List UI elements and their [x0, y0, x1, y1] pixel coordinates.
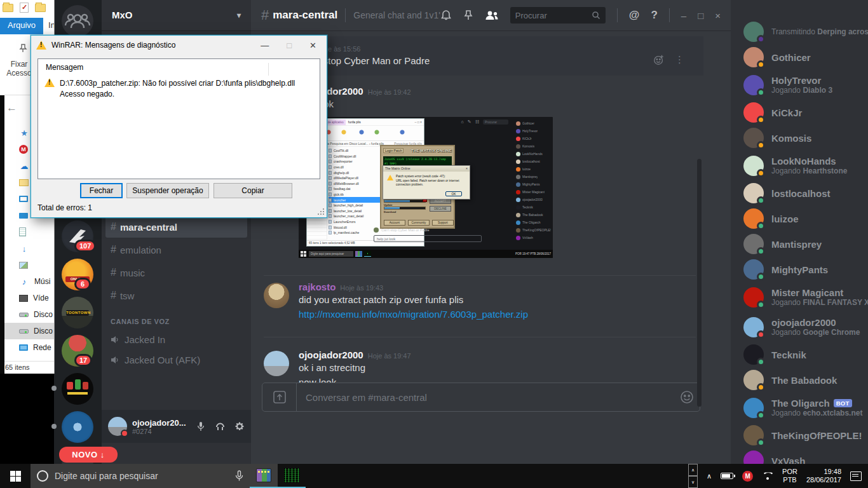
- explorer-nav-down[interactable]: ↓: [0, 240, 55, 257]
- member-row[interactable]: HolyTrevorJogando Diablo 3: [731, 70, 868, 100]
- channel-list: #mara-central#emulation#music#tswCANAIS …: [102, 216, 251, 370]
- add-reaction-icon[interactable]: [653, 54, 665, 65]
- language-indicator[interactable]: PORPTB: [782, 468, 797, 484]
- fechar-button[interactable]: Fechar: [80, 183, 123, 198]
- explorer-nav-music[interactable]: ♪Músi: [0, 273, 55, 290]
- search-placeholder: Procurar: [515, 11, 592, 20]
- member-row[interactable]: Mister MagicantJogando FINAL FANTASY X..: [731, 282, 868, 312]
- member-row[interactable]: The OligarchBOTJogando echo.xtclabs.net: [731, 393, 868, 423]
- channel-item-mara-central[interactable]: #mara-central: [105, 216, 247, 238]
- clock[interactable]: 19:4828/06/2017: [806, 468, 841, 484]
- member-row[interactable]: Komosis: [731, 125, 868, 151]
- bell-icon[interactable]: [440, 10, 452, 21]
- window-maximize-icon[interactable]: □: [698, 10, 703, 21]
- member-row[interactable]: lostlocalhost: [731, 180, 868, 206]
- action-center-icon[interactable]: [850, 471, 862, 481]
- winrar-titlebar[interactable]: WinRAR: Mensagens de diagnóstico — □ ✕: [31, 36, 327, 55]
- mega-tray-icon[interactable]: M: [742, 471, 753, 482]
- folder-icon[interactable]: [3, 4, 13, 12]
- explorer-nav-doc[interactable]: [0, 224, 55, 240]
- tab-arquivo[interactable]: Arquivo: [0, 18, 43, 34]
- window-minimize-icon[interactable]: –: [681, 10, 686, 21]
- dialog-maximize-icon[interactable]: □: [287, 41, 292, 50]
- member-row[interactable]: ojoojador2000Jogando Google Chrome: [731, 312, 868, 342]
- member-row[interactable]: LookNoHandsJogando Hearthstone: [731, 151, 868, 180]
- current-user-tag: #0274: [132, 428, 196, 435]
- member-row[interactable]: luizoe: [731, 206, 868, 231]
- member-row[interactable]: Tecknik: [731, 342, 868, 367]
- window-close-icon[interactable]: ×: [715, 10, 721, 21]
- avatar[interactable]: [264, 283, 289, 308]
- emoji-picker-icon[interactable]: [674, 390, 700, 404]
- pin-icon[interactable]: [463, 10, 473, 21]
- help-icon[interactable]: ?: [651, 9, 657, 22]
- channel-item-music[interactable]: #music: [105, 262, 247, 283]
- hidden-icons-chevron[interactable]: ∧: [707, 472, 712, 480]
- back-arrow-icon[interactable]: ←: [6, 102, 17, 114]
- dialog-close-icon[interactable]: ✕: [309, 41, 316, 50]
- member-row[interactable]: Gothicer: [731, 44, 868, 70]
- copiar-button[interactable]: Copiar: [214, 183, 292, 198]
- message-link[interactable]: http://mxoemu.info/mxo/migration/7.6003p…: [299, 307, 703, 322]
- upload-file-icon[interactable]: [262, 383, 297, 411]
- taskbar-scroll-arrows[interactable]: ∧ ∨: [688, 464, 698, 488]
- server-icon-gear[interactable]: [62, 411, 93, 443]
- channel-title: mara-central: [273, 9, 337, 22]
- member-row[interactable]: Mantisprey: [731, 231, 868, 257]
- resize-grip[interactable]: [317, 208, 325, 215]
- headphones-icon[interactable]: [215, 421, 226, 431]
- explorer-nav-disk[interactable]: Disco: [0, 323, 55, 339]
- explorer-nav-disk[interactable]: Disco: [0, 306, 55, 323]
- dialog-minimize-icon[interactable]: —: [261, 41, 269, 50]
- avatar: [743, 47, 764, 67]
- new-folder-icon[interactable]: [35, 4, 46, 12]
- scroll-up-icon[interactable]: ∧: [688, 464, 698, 476]
- member-row[interactable]: VxVash: [731, 448, 868, 464]
- member-row[interactable]: MightyPants: [731, 257, 868, 282]
- attachment-screenshot[interactable]: Ferramentas de aplicativofunfa plis– □ ×…: [299, 117, 553, 258]
- novo-unread-badge[interactable]: NOVO ↓: [59, 447, 118, 463]
- suspender-operacao-button[interactable]: Suspender operação: [126, 183, 209, 198]
- server-icon-mario[interactable]: [62, 373, 93, 405]
- scroll-down-icon[interactable]: ∨: [688, 476, 698, 488]
- voice-channel-jacked-in[interactable]: Jacked In: [102, 329, 251, 349]
- voice-channel-jacked-out-afk-[interactable]: Jacked Out (AFK): [102, 349, 251, 370]
- member-row-streaming[interactable]: Transmitindo Derping acros...: [731, 19, 868, 44]
- chat-scrollbar[interactable]: [697, 38, 702, 381]
- explorer-nav-pic[interactable]: [0, 257, 55, 273]
- member-name: Komosis: [771, 133, 811, 144]
- tab-inicio[interactable]: In: [43, 18, 55, 34]
- mentions-icon[interactable]: @: [629, 9, 640, 22]
- member-row[interactable]: The Babadook: [731, 367, 868, 393]
- message-options-icon[interactable]: ⋮: [675, 54, 684, 65]
- battery-icon[interactable]: [721, 473, 733, 479]
- taskbar-search[interactable]: Digite aqui para pesquisar: [31, 464, 250, 488]
- nested-community-button: Community: [408, 220, 430, 226]
- mic-icon[interactable]: [235, 470, 243, 482]
- wifi-icon[interactable]: [762, 471, 773, 480]
- message-listbox[interactable]: Mensagem D:\7.6003p_patcher.zip: Não foi…: [37, 58, 320, 179]
- guild-header[interactable]: MxO ▾: [102, 0, 251, 30]
- message-input[interactable]: Conversar em #mara-central: [262, 383, 700, 412]
- message-author[interactable]: rajkosto: [299, 281, 336, 292]
- explorer-nav-net[interactable]: Rede: [0, 339, 55, 356]
- channel-item-emulation[interactable]: #emulation: [105, 239, 247, 261]
- taskbar-winrar-button[interactable]: [250, 464, 278, 488]
- avatar[interactable]: [108, 417, 127, 436]
- taskbar-matrix-button[interactable]: [278, 464, 306, 488]
- member-row[interactable]: TheKingOfPEOPLE!: [731, 423, 868, 448]
- server-icon-toontown[interactable]: TOONTOWN: [62, 297, 93, 329]
- explorer-nav-video[interactable]: Víde: [0, 290, 55, 306]
- message-author[interactable]: ojoojador2000: [299, 349, 363, 360]
- members-toggle-icon[interactable]: [485, 10, 499, 20]
- properties-icon[interactable]: [20, 3, 29, 13]
- mic-icon[interactable]: [196, 421, 206, 431]
- channel-item-tsw[interactable]: #tsw: [105, 285, 247, 306]
- gear-icon[interactable]: [234, 421, 245, 431]
- start-button[interactable]: [0, 464, 31, 488]
- member-row[interactable]: KiCkJr: [731, 100, 868, 125]
- search-input[interactable]: Procurar: [510, 7, 606, 24]
- home-icon[interactable]: [62, 5, 93, 37]
- avatar[interactable]: [264, 351, 289, 376]
- listbox-column-header[interactable]: Mensagem: [38, 63, 320, 77]
